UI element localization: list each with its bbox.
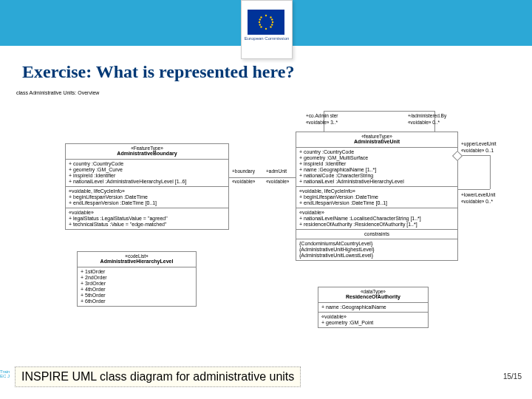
attr-block: + country :CountryCode + geometry :GM_Mu… (296, 147, 457, 186)
stereo: «dataType» (321, 289, 425, 294)
role-lower-m: «voidable» 0..* (461, 199, 493, 204)
role-lower: +lowerLevelUnit (461, 192, 495, 197)
class-name: AdministrativeHierarchyLevel (81, 259, 193, 265)
attr-block: + 1stOrder + 2ndOrder + 3rdOrder + 4thOr… (78, 267, 196, 306)
footer-crop: Train EC J (0, 369, 13, 387)
svg-point-5 (270, 16, 271, 18)
uml-diagram: class Administrative Units: Overview «Fe… (16, 89, 516, 355)
assoc-line (228, 177, 296, 178)
diagram-label: class Administrative Units: Overview (16, 90, 99, 96)
assoc-line (324, 111, 434, 112)
page-title: Exercise: What is represented here? (22, 62, 294, 82)
answer-callout: INSPIRE UML class diagram for administra… (15, 366, 301, 387)
class-name: AdministrativeBoundary (69, 151, 225, 157)
assoc-line (457, 189, 490, 190)
svg-point-0 (265, 15, 267, 16)
constraints-block: {CondominiumsAtCountryLevel} {Administra… (296, 239, 457, 260)
svg-point-2 (259, 21, 260, 23)
svg-point-10 (259, 24, 261, 25)
attr-block: + name :GeographicalName (318, 302, 428, 312)
class-name: ResidenceOfAuthority (321, 294, 425, 300)
role-upper: +upperLevelUnit (461, 141, 497, 146)
logo-label: European Commission (242, 36, 292, 41)
class-name: AdministrativeUnit (299, 139, 454, 145)
svg-point-11 (271, 24, 273, 25)
page-number: 15/15 (503, 372, 522, 381)
role-coadmin-m: «voidable» 3..* (306, 120, 338, 125)
class-administrative-boundary: «FeatureType»AdministrativeBoundary + co… (65, 143, 229, 230)
attr-block: «voidable» + legalStatus :LegalStatusVal… (66, 208, 228, 229)
svg-point-8 (259, 18, 261, 20)
role-administeredby: +/administered.By (408, 113, 446, 118)
attr-block: «voidable, lifeCycleInfo» + beginLifespa… (296, 186, 457, 208)
role-admunit: +admUnit (266, 168, 287, 174)
svg-point-3 (272, 21, 273, 23)
class-administrative-unit: «featureType»AdministrativeUnit + countr… (296, 132, 458, 261)
stereo: «codeList» (81, 253, 193, 259)
attr-block: «voidable»+ geometry :GM_Point (318, 312, 428, 327)
attr-block: «voidable, lifeCycleInfo» + beginLifespa… (66, 186, 228, 208)
svg-point-9 (271, 18, 273, 20)
constraints-head: constraints (296, 229, 457, 239)
assoc-line (490, 155, 491, 189)
ec-logo: European Commission (241, 0, 293, 59)
role-boundary: +boundary (232, 168, 255, 174)
stereo: «FeatureType» (69, 146, 225, 151)
svg-point-4 (260, 16, 262, 18)
attr-block: + country :CountryCode + geometry :GM_Cu… (66, 159, 228, 186)
eu-flag-icon (248, 10, 284, 35)
svg-point-1 (265, 28, 267, 30)
role-administeredby-m: «voidable» 0..* (408, 120, 440, 125)
role-coadmin: +co.Admin ster (306, 113, 338, 118)
svg-point-6 (260, 26, 262, 27)
role-admunit-m: «voidable» (266, 179, 289, 184)
role-boundary-m: «voidable» (232, 179, 255, 184)
class-hierarchy-level: «codeList»AdministrativeHierarchyLevel +… (77, 251, 197, 307)
role-upper-m: «voidable» 0..1 (461, 148, 494, 153)
class-residence-of-authority: «dataType»ResidenceOfAuthority + name :G… (318, 287, 429, 328)
stereo: «featureType» (299, 134, 454, 139)
svg-point-7 (270, 26, 271, 27)
attr-block: «voidable» + nationalLevelName :Localise… (296, 208, 457, 229)
